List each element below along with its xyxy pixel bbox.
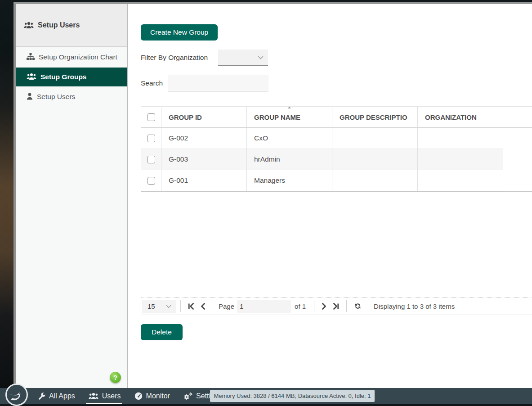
nav-users[interactable]: Users: [89, 388, 121, 404]
search-row: Search: [141, 75, 532, 91]
page-size-select[interactable]: 15: [142, 300, 176, 313]
refresh-icon: [354, 302, 362, 310]
filter-by-organization-label: Filter By Organization: [141, 54, 218, 62]
search-label: Search: [141, 79, 168, 87]
cell-organization: [418, 128, 503, 149]
cell-group-description: [332, 170, 418, 191]
sidebar: Setup Users Setup Organization Chart: [16, 4, 128, 388]
column-header-filler: [503, 107, 532, 128]
cell-group-id: G-002: [161, 128, 247, 149]
nav-all-apps[interactable]: All Apps: [38, 388, 75, 404]
cell-filler: [503, 128, 532, 149]
help-icon-glyph: ?: [113, 374, 117, 381]
previous-page-icon: [200, 303, 206, 310]
select-all-checkbox[interactable]: [148, 113, 155, 121]
select-all-cell: [141, 107, 161, 128]
page-number-input[interactable]: [237, 300, 291, 313]
sort-ascending-icon: ▲: [287, 107, 292, 109]
users-group-icon: [27, 73, 36, 80]
page-count-label: of 1: [295, 302, 306, 310]
table-empty-space: [141, 192, 532, 297]
sidebar-item-label: Setup Organization Chart: [39, 53, 117, 62]
pager-divider: [213, 300, 213, 312]
cell-organization: [418, 149, 503, 170]
groups-table: GROUP ID ▲ GROUP NAME GROUP DESCRIPTIO O…: [141, 106, 532, 315]
column-header-group-description[interactable]: GROUP DESCRIPTIO: [332, 107, 418, 128]
cell-filler: [503, 149, 532, 170]
create-new-group-button[interactable]: Create New Group: [141, 24, 218, 41]
main-content: Create New Group Filter By Organization …: [128, 4, 532, 388]
gauge-icon: [134, 392, 143, 400]
sidebar-item-label: Setup Users: [37, 92, 75, 101]
sidebar-header-label: Setup Users: [38, 21, 80, 29]
table-row[interactable]: G-003 hrAdmin: [141, 149, 532, 170]
table-pagination: 15: [141, 297, 532, 315]
table-rows: G-002 CxO G-003 hrAdmin: [141, 128, 532, 192]
gears-icon: [183, 392, 192, 400]
nav-label: All Apps: [49, 392, 75, 400]
cell-group-name: CxO: [247, 128, 332, 149]
help-icon[interactable]: ?: [110, 372, 121, 383]
delete-button[interactable]: Delete: [141, 324, 183, 340]
app-panel: Setup Users Setup Organization Chart: [13, 2, 532, 388]
filter-organization-select[interactable]: [218, 50, 268, 66]
row-checkbox[interactable]: [148, 135, 155, 142]
table-row[interactable]: G-002 CxO: [141, 128, 532, 149]
sidebar-item-setup-organization-chart[interactable]: Setup Organization Chart: [16, 47, 127, 68]
first-page-icon: [188, 303, 195, 310]
column-header-label: GROUP NAME: [254, 113, 300, 121]
cell-group-name: hrAdmin: [247, 149, 332, 170]
chevron-down-icon: [258, 56, 264, 59]
pager-summary: Displaying 1 to 3 of 3 items: [374, 302, 455, 310]
row-checkbox-cell: [141, 170, 161, 191]
sidebar-item-setup-users[interactable]: Setup Users: [16, 86, 127, 107]
column-header-group-name[interactable]: ▲ GROUP NAME: [247, 107, 332, 128]
column-header-label: GROUP DESCRIPTIO: [340, 113, 407, 121]
page-size-value: 15: [147, 302, 166, 310]
nav-label: Users: [102, 392, 121, 400]
row-checkbox-cell: [141, 128, 161, 149]
next-page-icon: [322, 303, 327, 310]
sidebar-header: Setup Users: [16, 4, 127, 47]
chevron-down-icon: [166, 305, 171, 308]
column-header-label: ORGANIZATION: [425, 113, 477, 121]
pager-divider: [346, 300, 347, 312]
row-checkbox[interactable]: [148, 177, 155, 185]
nav-label: Monitor: [146, 392, 170, 400]
page-label: Page: [219, 302, 234, 310]
nav-monitor[interactable]: Monitor: [134, 388, 170, 404]
last-page-icon: [332, 303, 339, 310]
table-row[interactable]: G-001 Managers: [141, 170, 532, 191]
column-header-group-id[interactable]: GROUP ID: [161, 107, 247, 128]
pager-divider: [180, 300, 181, 312]
search-input[interactable]: [168, 75, 268, 91]
app-logo-icon: [9, 388, 24, 401]
cell-group-description: [332, 149, 418, 170]
org-chart-icon: [27, 53, 35, 60]
next-page-button[interactable]: [319, 301, 330, 311]
table-body: G-002 CxO G-003 hrAdmin: [141, 128, 532, 297]
column-header-label: GROUP ID: [169, 113, 202, 121]
wrench-icon: [38, 392, 45, 400]
cell-organization: [418, 170, 503, 191]
column-header-organization[interactable]: ORGANIZATION: [418, 107, 503, 128]
row-checkbox-cell: [141, 149, 161, 170]
app-logo[interactable]: [5, 383, 28, 406]
first-page-button[interactable]: [185, 301, 197, 311]
last-page-button[interactable]: [330, 301, 342, 311]
sidebar-item-label: Setup Groups: [40, 72, 86, 81]
sidebar-item-setup-groups[interactable]: Setup Groups: [16, 68, 127, 86]
table-header-row: GROUP ID ▲ GROUP NAME GROUP DESCRIPTIO O…: [141, 107, 532, 128]
cell-group-id: G-001: [161, 170, 247, 191]
cell-filler: [503, 170, 532, 191]
bottom-app-bar: All Apps Users Monitor: [0, 388, 532, 404]
row-checkbox[interactable]: [148, 156, 155, 163]
pager-divider: [369, 300, 369, 312]
cell-group-name: Managers: [247, 170, 332, 191]
filter-row: Filter By Organization: [141, 50, 532, 66]
refresh-button[interactable]: [351, 301, 364, 311]
cell-group-description: [332, 128, 418, 149]
cell-group-id: G-003: [161, 149, 247, 170]
previous-page-button[interactable]: [197, 301, 208, 311]
users-group-icon: [24, 22, 34, 29]
